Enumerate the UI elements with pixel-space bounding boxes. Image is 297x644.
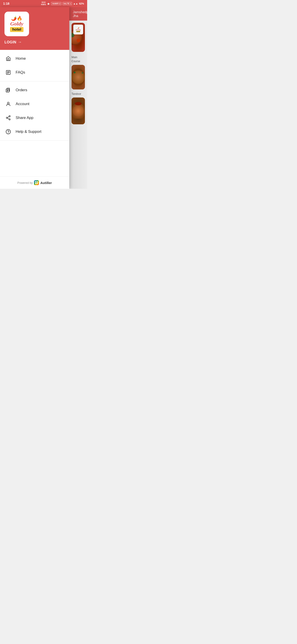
wifi-label: VoWIFI 2 bbox=[51, 2, 61, 5]
peek-logo-small: 🌶️ Goldy hotel bbox=[73, 24, 83, 34]
sidebar-drawer: 🌶️🔥 Goldy hotel LOGIN → bbox=[0, 7, 69, 189]
svg-rect-18 bbox=[35, 183, 36, 184]
status-time: 1:18 bbox=[3, 2, 9, 5]
svg-rect-17 bbox=[37, 181, 38, 182]
svg-line-12 bbox=[7, 118, 9, 119]
app-container: 🌶️🔥 Goldy hotel LOGIN → bbox=[0, 7, 87, 189]
autiller-name: Autiller bbox=[40, 181, 52, 185]
svg-rect-16 bbox=[35, 181, 36, 182]
share-icon bbox=[5, 115, 11, 121]
location-text: Jamshedpur, Jha bbox=[73, 10, 87, 18]
help-label: Help & Support bbox=[16, 130, 41, 134]
faqs-icon bbox=[5, 70, 11, 75]
tandoor-label: Tandoor bbox=[71, 92, 81, 96]
home-icon bbox=[5, 56, 11, 62]
sidebar-item-faqs[interactable]: FAQs bbox=[0, 66, 69, 80]
login-arrow-icon: → bbox=[18, 40, 22, 44]
autiller-logo-icon bbox=[34, 180, 39, 185]
tandoor-image bbox=[71, 98, 85, 124]
food-card-curry bbox=[71, 65, 85, 90]
status-bar: 1:18 10.6KB/S ⏰ VoWIFI 2 VoLTE 1 ▲▲ 62% bbox=[0, 0, 87, 7]
logo-hotel-text: hotel bbox=[10, 27, 24, 32]
orders-label: Orders bbox=[16, 88, 27, 92]
menu-group-1: Home FAQs bbox=[0, 50, 69, 82]
faqs-label: FAQs bbox=[16, 70, 25, 75]
stirfry-image: 🌶️ Goldy hotel bbox=[71, 23, 85, 52]
login-label: LOGIN bbox=[4, 40, 16, 44]
powered-by: Powered by Autiller bbox=[3, 180, 66, 185]
sidebar-item-help[interactable]: Help & Support bbox=[0, 125, 69, 139]
orders-icon bbox=[5, 87, 11, 93]
logo-flame-icon: 🌶️🔥 bbox=[11, 16, 22, 20]
svg-point-14 bbox=[6, 130, 10, 134]
volte-label: VoLTE 1 bbox=[63, 2, 72, 5]
logo-goldy-text: Goldy bbox=[10, 21, 23, 26]
svg-point-8 bbox=[7, 102, 9, 104]
sidebar-item-orders[interactable]: Orders bbox=[0, 83, 69, 97]
share-label: Share App bbox=[16, 116, 33, 120]
curry-image bbox=[71, 65, 85, 90]
help-icon bbox=[5, 129, 11, 134]
sidebar-header: 🌶️🔥 Goldy hotel LOGIN → bbox=[0, 7, 69, 50]
food-card-stirfry: 🌶️ Goldy hotel bbox=[71, 23, 85, 52]
menu-group-2: Orders Account bbox=[0, 82, 69, 141]
svg-rect-19 bbox=[37, 183, 38, 184]
home-label: Home bbox=[16, 56, 26, 61]
sidebar-menu: Home FAQs bbox=[0, 50, 69, 176]
food-card-tandoor bbox=[71, 98, 85, 124]
sidebar-item-home[interactable]: Home bbox=[0, 52, 69, 66]
login-button[interactable]: LOGIN → bbox=[4, 40, 22, 44]
tandoor-section: Tandoor bbox=[69, 91, 87, 96]
clock-icon: ⏰ bbox=[47, 2, 50, 5]
svg-line-13 bbox=[7, 117, 9, 118]
peek-header: Jamshedpur, Jha bbox=[69, 7, 87, 20]
sidebar-item-share[interactable]: Share App bbox=[0, 111, 69, 125]
main-course-section: Main Course bbox=[69, 54, 87, 64]
sidebar-footer: Powered by Autiller bbox=[0, 176, 69, 189]
sidebar-item-account[interactable]: Account bbox=[0, 97, 69, 111]
battery-icon: 62% bbox=[79, 2, 84, 5]
account-label: Account bbox=[16, 102, 29, 106]
account-icon bbox=[5, 101, 11, 107]
main-content-peek: Jamshedpur, Jha 🌶️ Goldy hotel bbox=[69, 7, 87, 189]
app-logo-container: 🌶️🔥 Goldy hotel bbox=[4, 12, 29, 36]
main-course-label: Main Course bbox=[71, 56, 80, 63]
signal-icon: ▲▲ bbox=[73, 2, 78, 5]
powered-by-text: Powered by bbox=[17, 181, 33, 184]
status-icons: 10.6KB/S ⏰ VoWIFI 2 VoLTE 1 ▲▲ 62% bbox=[41, 1, 84, 6]
data-speed: 10.6KB/S bbox=[41, 1, 46, 6]
